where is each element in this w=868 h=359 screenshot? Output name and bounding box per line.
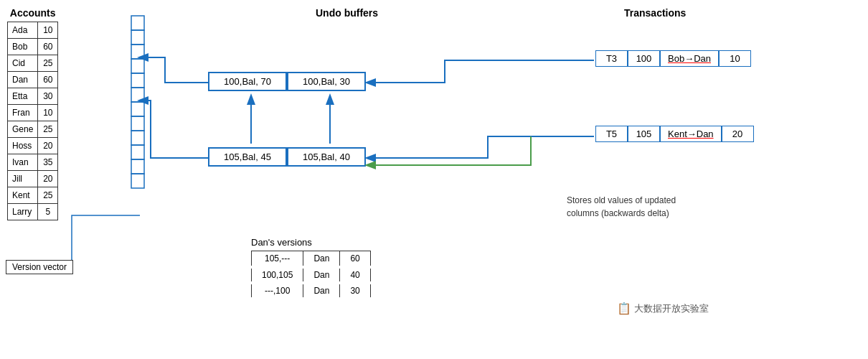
txn-cell: T3 (595, 50, 628, 67)
txn-cell: Kent→Dan (660, 126, 722, 142)
table-row: Jill20 (8, 171, 58, 187)
dans-versions-table: 105,---Dan60100,105Dan40---,100Dan30 (251, 251, 371, 300)
svg-rect-6 (131, 102, 144, 116)
undo-cell-r1c2: 100,Bal, 30 (287, 72, 366, 91)
table-row: 105,---Dan60 (252, 251, 371, 267)
dans-versions-title: Dan's versions (251, 237, 371, 248)
undo-buffers-title: Undo buffers (316, 7, 378, 19)
table-row: 100,105Dan40 (252, 267, 371, 283)
svg-rect-9 (131, 145, 144, 159)
txn-cell: 20 (722, 126, 754, 142)
txn-cell: 10 (719, 50, 751, 67)
table-row: Fran10 (8, 105, 58, 121)
table-row: Bob60 (8, 39, 58, 55)
svg-rect-3 (131, 59, 144, 73)
table-row: Dan60 (8, 72, 58, 88)
undo-cell-r2c2: 105,Bal, 40 (287, 147, 366, 167)
undo-cell-r2c1: 105,Bal, 45 (208, 147, 287, 167)
note-text: Stores old values of updated columns (ba… (567, 194, 681, 220)
table-row: Ada10 (8, 22, 58, 39)
transaction-t5: T5105Kent→Dan20 (595, 126, 754, 142)
table-row: Gene25 (8, 121, 58, 138)
accounts-title: Accounts (7, 7, 58, 19)
transaction-t3: T3100Bob→Dan10 (595, 50, 751, 67)
table-row: Ivan35 (8, 154, 58, 171)
accounts-section: Accounts Ada10Bob60Cid25Dan60Etta30Fran1… (7, 7, 58, 220)
dans-versions-section: Dan's versions 105,---Dan60100,105Dan40-… (251, 237, 371, 300)
version-vector-box: Version vector (6, 260, 73, 274)
watermark-text: 大数据开放实验室 (634, 302, 709, 315)
svg-rect-11 (131, 174, 144, 188)
version-vector-label: Version vector (12, 262, 67, 272)
table-row: Larry5 (8, 204, 58, 220)
txn-cell: 100 (628, 50, 660, 67)
undo-cell-r1c1: 100,Bal, 70 (208, 72, 287, 91)
table-row: Kent25 (8, 187, 58, 204)
txn-cell: T5 (595, 126, 628, 142)
svg-rect-2 (131, 45, 144, 59)
txn-cell: Bob→Dan (660, 50, 719, 67)
table-row: Etta30 (8, 88, 58, 105)
svg-rect-1 (131, 30, 144, 45)
svg-rect-8 (131, 131, 144, 145)
table-row: Hoss20 (8, 138, 58, 154)
svg-rect-0 (131, 16, 144, 30)
svg-rect-4 (131, 73, 144, 88)
undo-row1: 100,Bal, 70 100,Bal, 30 (208, 72, 366, 91)
undo-row2: 105,Bal, 45 105,Bal, 40 (208, 147, 366, 167)
table-row: Cid25 (8, 55, 58, 72)
watermark: 📋 大数据开放实验室 (617, 302, 709, 315)
svg-rect-7 (131, 116, 144, 131)
transactions-title: Transactions (624, 7, 686, 19)
svg-rect-5 (131, 88, 144, 102)
accounts-table: Ada10Bob60Cid25Dan60Etta30Fran10Gene25Ho… (7, 22, 58, 220)
diagram-container: Accounts Ada10Bob60Cid25Dan60Etta30Fran1… (0, 0, 868, 359)
table-row: ---,100Dan30 (252, 283, 371, 299)
txn-cell: 105 (628, 126, 660, 142)
svg-rect-10 (131, 159, 144, 174)
